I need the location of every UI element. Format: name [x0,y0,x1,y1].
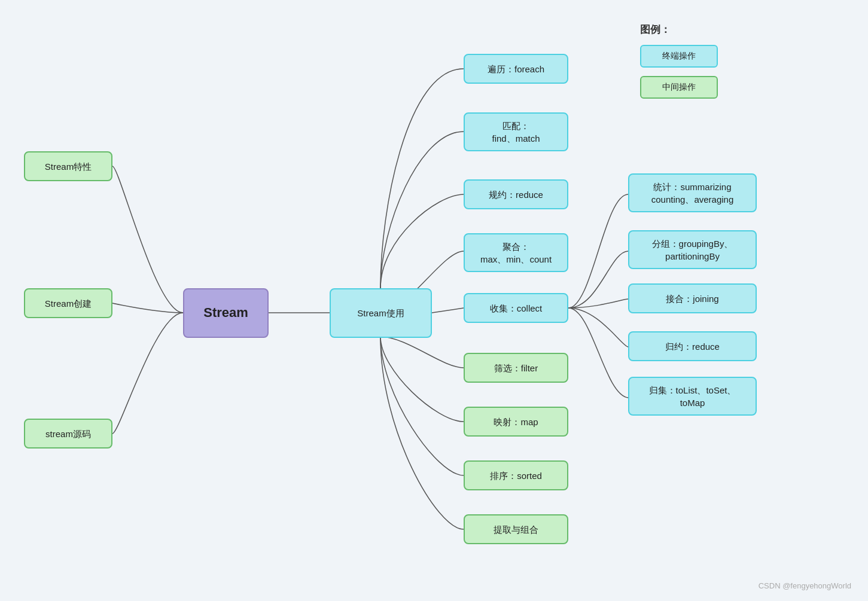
svg-line-1 [432,308,464,313]
reduce-node: 规约：reduce [464,179,568,209]
combine-node: 提取与组合 [464,514,568,544]
legend-intermediate: 中间操作 [640,76,718,99]
tolist-node: 归集：toList、toSet、 toMap [628,377,757,416]
center-node: Stream [183,288,269,338]
filter-node: 筛选：filter [464,353,568,383]
findmatch-node: 匹配： find、match [464,112,568,151]
collect-node: 收集：collect [464,293,568,323]
diagram-container: Stream Stream特性 Stream创建 stream源码 Stream… [0,0,868,601]
map-node: 映射：map [464,407,568,437]
legend-title: 图例： [640,23,718,36]
join-node: 接合：joining [628,283,757,313]
watermark: CSDN @fengyehongWorld [759,581,851,590]
group-node: 分组：groupingBy、 partitioningBy [628,230,757,269]
stream-features-node: Stream特性 [24,151,112,181]
legend: 图例： 终端操作 中间操作 [640,23,718,99]
stream-use-node: Stream使用 [330,288,432,338]
stat-node: 统计：summarizing counting、averaging [628,173,757,212]
reduce2-node: 归约：reduce [628,331,757,361]
sorted-node: 排序：sorted [464,460,568,490]
aggregate-node: 聚合： max、min、count [464,233,568,272]
stream-create-node: Stream创建 [24,288,112,318]
foreach-node: 遍历：foreach [464,54,568,84]
stream-source-node: stream源码 [24,419,112,449]
legend-terminal: 终端操作 [640,45,718,68]
